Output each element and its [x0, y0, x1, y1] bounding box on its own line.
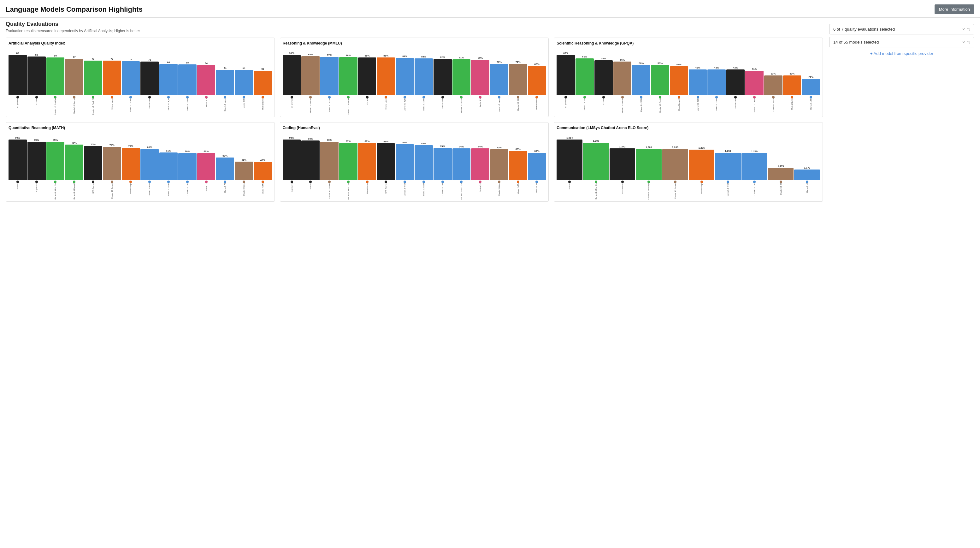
- bottom-label-item: Llama 3.1 405B: [140, 180, 159, 199]
- bar-rect: [377, 143, 395, 180]
- bar-item-6: 48%: [670, 48, 688, 96]
- bar-label-top: 50%: [223, 155, 228, 157]
- bar-dot-icon: [243, 96, 245, 99]
- bar-label-top: 86%: [383, 140, 388, 143]
- bar-label-top: 93%: [308, 137, 313, 140]
- chart-title-aaq: Artificial Analysis Quality Index: [8, 41, 272, 45]
- bar-rect: [197, 153, 215, 180]
- bottom-label-item: Mistral NeMo: [783, 96, 802, 114]
- bar-label-top: 60%: [204, 150, 209, 153]
- bar-model-name: Jamba 1.5: [479, 99, 481, 107]
- bar-label-top: 88%: [308, 53, 313, 56]
- bar-item-6: 72: [122, 48, 140, 96]
- bar-rect: [396, 58, 414, 96]
- bottom-label-item: Llama 3.1 70B: [178, 96, 197, 115]
- bottom-label-item: Claude 3 Haiku: [490, 180, 508, 199]
- bar-label-top: 53: [243, 67, 245, 70]
- bar-rect: [670, 66, 688, 96]
- bar-item-4: 85%: [358, 48, 376, 96]
- bar-rect: [745, 71, 764, 96]
- bar-rect: [178, 153, 197, 180]
- bottom-label-item: Mistral Large: [103, 96, 121, 115]
- bottom-label-item: Llama 3.1 70B: [178, 180, 197, 199]
- bar-rect: [583, 143, 609, 180]
- bar-label-top: 87%: [365, 140, 370, 143]
- chart-lmsys: Communication (LMSys Chatbot Arena ELO S…: [554, 122, 823, 202]
- bar-rect: [490, 149, 508, 180]
- bar-dot-icon: [92, 96, 94, 99]
- bar-model-name: Llama 3.1 70B: [423, 99, 425, 111]
- bar-rect: [715, 153, 741, 180]
- bars-wrapper-aaq: 8582807773737271666564545352: [8, 48, 272, 96]
- bottom-label-item: Claude 3.5 Sonnet: [103, 180, 121, 199]
- quality-filter-box[interactable]: 6 of 7 quality evaluations selected ✕ ⇅: [829, 24, 974, 34]
- bar-model-name: Llama 3 7B: [224, 183, 226, 193]
- bar-rect: [103, 61, 121, 96]
- bar-rect: [254, 71, 272, 96]
- bar-dot-icon: [291, 180, 293, 183]
- bar-item-5: 74%: [103, 132, 121, 180]
- bar-rect: [65, 59, 83, 96]
- bar-rect: [122, 61, 140, 96]
- bar-rect: [140, 149, 159, 180]
- bar-dot-icon: [772, 96, 775, 99]
- bar-item-4: 50%: [632, 48, 650, 96]
- models-filter-clear[interactable]: ✕: [962, 40, 965, 45]
- bar-dot-icon: [753, 180, 756, 183]
- bar-dot-icon: [148, 180, 151, 183]
- quality-filter-text: 6 of 7 quality evaluations selected: [833, 27, 895, 32]
- chart-title-lmsys: Communication (LMSys Chatbot Arena ELO S…: [557, 126, 820, 130]
- bottom-label-item: Mistral NeMo: [254, 180, 272, 199]
- bar-dot-icon: [73, 96, 75, 99]
- bar-label-top: 41%: [241, 158, 247, 161]
- bar-item-0: 90%: [8, 132, 27, 180]
- bar-rect: [528, 66, 546, 96]
- bar-model-name: o1-mini: [366, 99, 368, 105]
- bar-dot-icon: [583, 96, 586, 99]
- more-info-button[interactable]: More Information: [935, 5, 974, 14]
- bottom-label-item: GPT-4o mini: [609, 180, 635, 199]
- main-content: Quality Evaluations Evaluation results m…: [0, 18, 980, 205]
- bar-model-name: Gemini 1.5 Pro (Sep 24): [347, 99, 349, 115]
- bar-item-3: 79%: [65, 132, 83, 180]
- bar-model-name: o1-preview: [565, 99, 567, 108]
- bottom-label-item: Llama 3 7B: [216, 180, 234, 199]
- bar-dot-icon: [347, 180, 350, 183]
- bar-label-top: 85%: [365, 54, 370, 57]
- bottom-label-item: Llama 3.1 405B: [122, 96, 140, 115]
- bar-label-top: 1,269: [646, 146, 652, 149]
- bottom-label-item: Llama 3.2 9QB (Vision): [452, 180, 471, 199]
- bottom-label-item: Mistral NeMo: [509, 180, 527, 199]
- bar-model-name: Gemini 1.5 Pro (Sep 24): [54, 99, 56, 115]
- bottom-label-item: Jamba 1.5 Large: [745, 96, 764, 114]
- bar-item-0: 67%: [557, 48, 575, 96]
- bar-rect: [235, 162, 253, 180]
- add-model-link[interactable]: + Add model from specific provider: [829, 50, 974, 57]
- bar-label-top: 80%: [478, 56, 483, 59]
- bar-item-8: 61%: [159, 132, 178, 180]
- bar-item-4: 87%: [358, 132, 376, 180]
- bar-item-1: 85%: [27, 132, 46, 180]
- bar-label-top: 73: [92, 57, 94, 60]
- quality-filter-clear[interactable]: ✕: [962, 27, 965, 32]
- bottom-label-item: Gemini 1.5 Flash (Sep): [65, 180, 83, 199]
- bar-item-2: 90%: [320, 132, 339, 180]
- bar-dot-icon: [697, 96, 699, 99]
- bottom-label-item: Gemini 1.5 Pro (Sep 24): [46, 180, 65, 199]
- bottom-label-item: Gemini 1.5 Pro (Sep 24): [583, 180, 609, 199]
- bar-item-5: 50%: [651, 48, 669, 96]
- bottom-label-item: Mistral NeMo: [254, 96, 272, 115]
- bar-model-name: Jamba 1.5 Large: [754, 99, 755, 113]
- bar-rect: [651, 65, 669, 96]
- bar-item-8: 66: [159, 48, 178, 96]
- bar-item-3: 86%: [339, 48, 358, 96]
- bar-item-8: 1,179: [768, 132, 794, 180]
- bars-wrapper-gpqa: 67%61%58%56%50%50%48%43%43%43%41%33%33%2…: [557, 48, 820, 96]
- models-filter-box[interactable]: 14 of 65 models selected ✕ ⇅: [829, 37, 974, 47]
- bar-dot-icon: [262, 96, 264, 99]
- bottom-label-item: Mistral Large: [689, 180, 715, 199]
- bar-label-top: 74%: [459, 145, 464, 148]
- bar-label-top: 82%: [421, 142, 426, 145]
- bottom-label-item: Mistral NeMo: [528, 96, 546, 115]
- bar-label-top: 75%: [440, 145, 445, 148]
